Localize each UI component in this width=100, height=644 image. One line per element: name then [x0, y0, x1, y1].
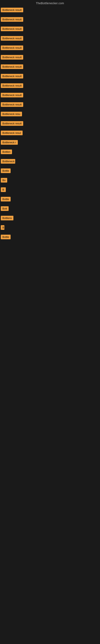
bottleneck-badge[interactable]: Bottle — [1, 235, 11, 239]
bottleneck-badge[interactable]: Bottleneck result — [1, 17, 23, 22]
result-row[interactable]: Bottle — [0, 195, 100, 204]
bottleneck-badge[interactable]: Bottleneck result — [1, 8, 23, 12]
result-row[interactable]: Bottleneck result — [0, 6, 100, 15]
bottleneck-badge[interactable]: Bottleneck resul — [1, 130, 23, 135]
bottleneck-list: Bottleneck resultBottleneck resultBottle… — [0, 6, 100, 242]
bottleneck-badge[interactable]: Bottle — [1, 197, 11, 202]
result-row[interactable]: Bottleneck result — [0, 72, 100, 81]
result-row[interactable]: Bottleneck result — [0, 119, 100, 128]
result-row[interactable]: Bott — [0, 204, 100, 214]
bottleneck-badge[interactable]: Bottleneck result — [1, 121, 23, 126]
result-row[interactable]: Bottleneck result — [0, 15, 100, 24]
result-row[interactable]: Bottleneck result — [0, 100, 100, 110]
result-row[interactable]: B — [0, 223, 100, 233]
bottleneck-badge[interactable]: Bottleneck result — [1, 55, 23, 60]
result-row[interactable]: Bottleneck r — [0, 138, 100, 148]
bottleneck-badge[interactable]: Bottleneck result — [1, 36, 23, 41]
bottleneck-badge[interactable]: Bottleneck result — [1, 64, 23, 69]
result-row[interactable]: B — [0, 185, 100, 195]
result-row[interactable]: Bottle — [0, 233, 100, 242]
bottleneck-badge[interactable]: B — [1, 225, 4, 230]
bottleneck-badge[interactable]: Bottle — [1, 168, 11, 173]
bottleneck-badge[interactable]: Bo — [1, 178, 7, 182]
result-row[interactable]: Bottleneck result — [0, 91, 100, 100]
result-row[interactable]: Bottleneck result — [0, 62, 100, 72]
result-row[interactable]: Bottlen — [0, 148, 100, 157]
bottleneck-badge[interactable]: Bottleneck result — [1, 74, 23, 78]
result-row[interactable]: Bottleneck — [0, 157, 100, 166]
bottleneck-badge[interactable]: Bottleneck result — [1, 83, 23, 88]
result-row[interactable]: Bottlens — [0, 214, 100, 223]
result-row[interactable]: Bottle — [0, 166, 100, 176]
bottleneck-badge[interactable]: Bottleneck result — [1, 93, 23, 98]
result-row[interactable]: Bo — [0, 176, 100, 185]
site-title: TheBottlenecker.com — [0, 0, 100, 6]
bottleneck-badge[interactable]: Bottlens — [1, 216, 13, 220]
bottleneck-badge[interactable]: Bottleneck — [1, 159, 15, 164]
bottleneck-badge[interactable]: Bottlen — [1, 150, 12, 154]
result-row[interactable]: Bottleneck result — [0, 24, 100, 34]
result-row[interactable]: Bottleneck resu — [0, 110, 100, 119]
result-row[interactable]: Bottleneck result — [0, 81, 100, 91]
bottleneck-badge[interactable]: Bottleneck r — [1, 140, 18, 145]
result-row[interactable]: Bottleneck result — [0, 34, 100, 44]
bottleneck-badge[interactable]: Bott — [1, 206, 9, 211]
result-row[interactable]: Bottleneck resul — [0, 128, 100, 138]
bottleneck-badge[interactable]: Bottleneck resu — [1, 112, 22, 116]
bottleneck-badge[interactable]: Bottleneck result — [1, 26, 23, 31]
bottleneck-badge[interactable]: B — [1, 187, 6, 192]
result-row[interactable]: Bottleneck result — [0, 53, 100, 62]
bottleneck-badge[interactable]: Bottleneck result — [1, 102, 23, 107]
bottleneck-badge[interactable]: Bottleneck result — [1, 46, 23, 50]
result-row[interactable]: Bottleneck result — [0, 44, 100, 53]
